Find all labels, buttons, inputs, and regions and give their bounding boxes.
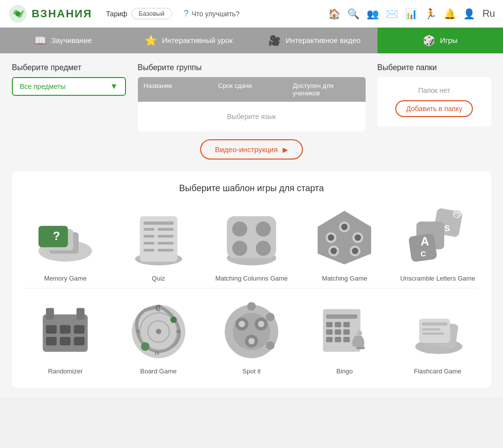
game-unscramble-label: Unscramble Letters Game xyxy=(400,275,475,283)
svg-rect-82 xyxy=(327,337,333,342)
tab-interactive-video-icon: 🎥 xyxy=(268,35,281,46)
folders-section: Выберите папки Папок нет Добавить в папк… xyxy=(377,63,492,126)
user-icon[interactable]: 👤 xyxy=(463,8,475,20)
svg-point-1 xyxy=(15,11,20,16)
subject-dropdown[interactable]: Все предметы ▼ xyxy=(12,77,126,96)
subject-section: Выберите предмет Все предметы ▼ xyxy=(12,63,126,96)
svg-rect-10 xyxy=(143,228,154,231)
chart-icon[interactable]: 📊 xyxy=(405,8,418,20)
groups-header: Название Срок сдачи Доступен для ученико… xyxy=(138,77,366,102)
svg-point-23 xyxy=(256,241,271,256)
game-matching-icon xyxy=(312,205,377,270)
svg-rect-49 xyxy=(46,337,57,345)
tariff-label: Тариф xyxy=(106,10,127,18)
groups-section: Выберите группы Название Срок сдачи Дост… xyxy=(138,63,366,131)
help-icon: ? xyxy=(184,8,189,19)
game-board[interactable]: 12 10 5 15 Board Game xyxy=(117,298,200,376)
svg-rect-13 xyxy=(157,235,173,238)
svg-rect-46 xyxy=(46,325,57,333)
svg-rect-91 xyxy=(421,328,440,330)
bell-icon[interactable]: 🔔 xyxy=(444,8,456,20)
svg-rect-76 xyxy=(327,322,333,327)
game-flashcard-icon-wrap xyxy=(406,298,470,363)
svg-rect-16 xyxy=(143,249,154,251)
game-bingo-label: Bingo xyxy=(336,367,353,376)
video-section: Видео-инструкция ▶ xyxy=(12,139,491,160)
svg-rect-80 xyxy=(335,329,341,335)
game-matching-icon-wrap xyxy=(312,205,377,270)
tab-interactive-video-label: Интерактивное видео xyxy=(286,36,361,45)
game-randomizer-icon-wrap xyxy=(33,298,97,363)
svg-point-21 xyxy=(256,222,271,237)
game-spot-it-icon xyxy=(219,298,284,363)
tab-interactive-lesson-label: Интерактивный урок xyxy=(162,36,233,45)
svg-rect-9 xyxy=(143,222,173,225)
col-name: Название xyxy=(144,82,210,97)
runner-icon[interactable]: 🏃 xyxy=(424,8,437,20)
lang-button[interactable]: Ru xyxy=(482,8,495,19)
col-deadline: Срок сдачи xyxy=(218,82,285,97)
svg-point-34 xyxy=(352,248,359,254)
svg-rect-51 xyxy=(74,337,85,345)
svg-rect-90 xyxy=(421,323,447,326)
game-memory[interactable]: ? Memory Game xyxy=(24,205,107,283)
game-memory-icon-wrap: ? xyxy=(33,205,97,270)
tab-memorization-label: Заучивание xyxy=(51,36,92,45)
game-unscramble[interactable]: A S o C Unscramble Letters Game xyxy=(396,205,479,283)
game-bingo[interactable]: Bingo xyxy=(303,298,386,376)
game-randomizer-icon xyxy=(33,298,97,363)
subject-value: Все предметы xyxy=(20,82,65,90)
video-instruction-label: Видео-инструкция xyxy=(215,145,278,154)
col-access: Доступен для учеников xyxy=(293,82,360,97)
svg-rect-89 xyxy=(419,319,450,343)
svg-rect-81 xyxy=(343,329,350,335)
game-spot-it-label: Spot it xyxy=(243,367,261,376)
game-quiz[interactable]: Quiz xyxy=(117,205,200,283)
svg-point-86 xyxy=(357,330,362,336)
dropdown-arrow-icon: ▼ xyxy=(110,82,118,91)
svg-rect-17 xyxy=(157,249,173,251)
game-matching-columns[interactable]: Matching Columns Game xyxy=(210,205,293,283)
game-quiz-icon-wrap xyxy=(126,205,191,270)
home-icon[interactable]: 🏠 xyxy=(328,8,340,20)
logo-text: ВЗНАНИЯ xyxy=(32,7,92,20)
game-bingo-icon xyxy=(312,298,377,363)
tab-interactive-lesson[interactable]: ⭐ Интерактивный урок xyxy=(126,28,252,53)
game-flashcard[interactable]: Flashcard Game xyxy=(396,298,479,376)
tab-memorization[interactable]: 📖 Заучивание xyxy=(0,28,126,53)
game-unscramble-icon: A S o C xyxy=(406,205,470,270)
svg-text:15: 15 xyxy=(154,351,159,356)
svg-point-33 xyxy=(331,248,337,254)
tab-games[interactable]: 🎲 Игры xyxy=(377,28,503,53)
tab-interactive-lesson-icon: ⭐ xyxy=(145,35,157,46)
svg-point-69 xyxy=(258,321,264,327)
users-icon[interactable]: 👥 xyxy=(367,8,379,20)
add-folder-button[interactable]: Добавить в папку xyxy=(395,100,473,117)
game-flashcard-icon xyxy=(406,298,470,363)
help-section[interactable]: ? Что улучшить? xyxy=(184,8,240,19)
video-instruction-button[interactable]: Видео-инструкция ▶ xyxy=(200,139,303,160)
game-randomizer[interactable]: Randomizer xyxy=(24,298,107,376)
game-randomizer-label: Randomizer xyxy=(48,367,83,376)
tab-interactive-video[interactable]: 🎥 Интерактивное видео xyxy=(252,28,377,53)
svg-text:C: C xyxy=(420,249,426,258)
header: ВЗНАНИЯ Тариф Базовый ? Что улучшить? 🏠 … xyxy=(0,0,503,28)
svg-point-73 xyxy=(266,341,274,350)
game-matching[interactable]: Matching Game xyxy=(303,205,386,283)
svg-point-61 xyxy=(141,342,149,351)
folders-box: Папок нет Добавить в папку xyxy=(377,77,492,126)
svg-rect-79 xyxy=(327,329,333,335)
game-memory-label: Memory Game xyxy=(44,275,86,283)
svg-point-22 xyxy=(232,241,247,256)
svg-rect-47 xyxy=(60,325,71,333)
mail-icon[interactable]: ✉️ xyxy=(386,8,398,20)
game-spot-it[interactable]: Spot it xyxy=(210,298,293,376)
svg-text:?: ? xyxy=(53,229,60,243)
tariff-badge[interactable]: Базовый xyxy=(131,8,172,19)
search-icon[interactable]: 🔍 xyxy=(347,8,360,20)
svg-point-62 xyxy=(170,317,176,323)
subject-title: Выберите предмет xyxy=(12,63,126,72)
svg-point-70 xyxy=(248,338,254,344)
svg-rect-50 xyxy=(60,337,71,345)
groups-title: Выберите группы xyxy=(138,63,366,72)
